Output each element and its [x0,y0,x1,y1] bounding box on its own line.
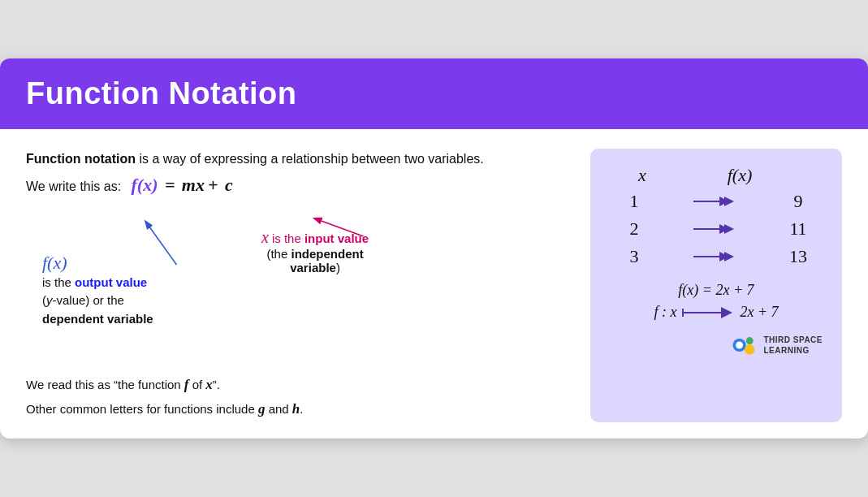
double-arrow-svg-3 [692,248,741,265]
right-panel: x f(x) 1 [590,149,842,422]
row1-arrow [659,193,774,210]
letters-and: and [265,402,291,416]
formula-mx: mx [182,175,205,196]
formula-plus: + [208,175,218,196]
header-section: Function Notation [0,58,868,129]
double-arrow-svg-2 [692,221,741,237]
output-y-value: y-value [46,293,85,307]
input-x: x [261,228,269,246]
row2-arrow [659,221,774,237]
row3-arrow [659,248,774,265]
col-header-x: x [610,165,675,186]
intro-bold: Function notation [26,152,136,166]
input-independent: (the independentvariable) [261,247,369,274]
read-x: x [205,377,213,392]
table-row: 2 11 [610,218,823,240]
col-header-fx: f(x) [707,165,772,186]
table-formula: f(x) = 2x + 7 [678,282,754,299]
formula-fx: f(x) [132,175,158,196]
row1-x: 1 [610,191,659,212]
brand-name: THIRD SPACE LEARNING [763,335,823,356]
formula-line: We write this as: f(x) = mx+ c [26,175,571,196]
letters-h: h [292,401,300,417]
read-after: ”. [213,378,220,391]
row1-result: 9 [774,191,823,212]
output-dependent: dependent variable [42,312,153,326]
left-panel: Function notation is a way of expressing… [26,149,571,422]
content-area: Function notation is a way of expressing… [0,129,868,439]
main-card: Function Notation Function notation is a… [0,58,868,439]
intro-rest: is a way of expressing a relationship be… [136,152,484,166]
input-annotation: x is the input value (the independentvar… [261,228,369,274]
input-is-the: is the input value [272,231,369,245]
svg-point-13 [736,342,744,349]
mapping-arrow-svg [680,305,736,320]
output-fx: f(x) [42,253,67,273]
read-before: We read this as “the function [26,378,184,391]
table-formula-text: f(x) = 2x + 7 [678,282,754,298]
read-line: We read this as “the function f of x”. [26,373,571,398]
letters-line: Other common letters for functions inclu… [26,397,571,422]
row2-x: 2 [610,218,659,240]
letters-after: . [300,402,303,416]
tsl-logo-icon [729,331,758,360]
table-header: x f(x) [610,165,823,186]
row3-result: 13 [774,246,823,267]
letters-before: Other common letters for functions inclu… [26,402,258,416]
row2-result: 11 [774,218,823,240]
formula-equals: = [162,175,179,196]
row3-x: 3 [610,246,659,267]
svg-point-12 [746,337,754,344]
mapping-f-colon: f : x [654,304,676,321]
page-title: Function Notation [26,76,842,111]
output-text: is the output value (y-value) or the dep… [42,274,153,329]
double-arrow-svg [692,193,741,210]
table-row: 3 13 [610,246,823,267]
mapping-row: f : x 2x + 7 [654,304,778,321]
brand-area: THIRD SPACE LEARNING [610,331,823,360]
output-bold-label: output value [75,275,147,289]
table-row: 1 9 [610,191,823,212]
formula-c: c [222,175,233,196]
svg-point-11 [745,344,755,355]
output-annotation: f(x) is the output value (y-value) or th… [42,253,153,329]
annotations-area: f(x) is the output value (y-value) or th… [26,204,571,366]
read-of: of [189,378,206,391]
intro-paragraph: Function notation is a way of expressing… [26,149,571,170]
mapping-expr: 2x + 7 [740,304,778,321]
write-this-label: We write this as: [26,179,121,194]
bottom-text-area: We read this as “the function f of x”. O… [26,373,571,422]
